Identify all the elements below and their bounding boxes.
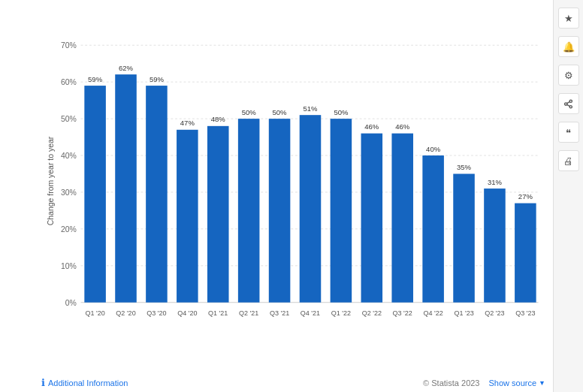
x-tick-q3-21: Q3 '21 [270, 309, 289, 317]
x-tick-q2-23: Q2 '23 [485, 309, 504, 317]
bar-label-q4-22: 40% [426, 145, 441, 153]
show-source-link[interactable]: Show source ▼ [488, 378, 545, 387]
chevron-down-icon: ▼ [539, 379, 545, 387]
bar-label-q2-20: 62% [119, 64, 134, 72]
y-tick-10: 10% [61, 262, 77, 270]
svg-line-11 [567, 104, 570, 106]
y-tick-20: 20% [61, 225, 77, 234]
x-tick-q3-20: Q3 '20 [147, 309, 166, 317]
bar-q2-20 [115, 74, 137, 303]
bar-q4-22 [422, 155, 444, 303]
info-icon: ℹ [41, 377, 45, 388]
bar-q2-23 [484, 188, 506, 303]
bar-q4-21 [300, 115, 322, 303]
share-button[interactable] [558, 93, 579, 114]
x-tick-q3-23: Q3 '23 [515, 309, 535, 317]
svg-line-12 [567, 101, 570, 103]
y-tick-60: 60% [61, 78, 77, 86]
y-tick-0: 0% [65, 299, 77, 307]
bar-chart: Change from year to year 0% 10% 20% 30% … [45, 15, 545, 347]
x-tick-q1-20: Q1 '20 [85, 309, 104, 317]
bar-label-q1-21: 48% [211, 116, 226, 124]
show-source-text: Show source [488, 378, 536, 387]
bar-label-q4-21: 51% [303, 104, 318, 113]
x-tick-q4-22: Q4 '22 [423, 309, 443, 317]
bar-q1-20 [84, 86, 106, 303]
bar-q4-20 [177, 130, 198, 303]
bar-label-q3-23: 27% [518, 192, 533, 201]
print-button[interactable]: 🖨 [558, 150, 579, 171]
bar-label-q1-23: 35% [457, 163, 472, 171]
bar-q2-21 [238, 119, 260, 303]
additional-info-link[interactable]: ℹ Additional Information [41, 377, 128, 388]
bar-label-q1-22: 50% [334, 108, 349, 116]
bar-q3-22 [391, 134, 413, 303]
statista-copyright: © Statista 2023 [423, 378, 479, 387]
bar-label-q1-20: 59% [88, 75, 103, 83]
x-tick-q2-22: Q2 '22 [362, 309, 382, 317]
x-tick-q4-21: Q4 '21 [301, 309, 320, 317]
bar-q1-22 [331, 119, 352, 303]
bar-q2-22 [361, 134, 383, 303]
y-axis-label: Change from year to year [47, 136, 55, 225]
additional-info-text: Additional Information [48, 378, 128, 387]
bar-label-q3-22: 46% [395, 122, 410, 131]
bar-label-q2-23: 31% [488, 178, 503, 186]
y-tick-70: 70% [61, 41, 77, 50]
bar-label-q2-22: 46% [364, 122, 379, 131]
bar-label-q3-21: 50% [273, 108, 288, 116]
favorite-button[interactable]: ★ [558, 8, 579, 29]
main-container: Change from year to year 0% 10% 20% 30% … [0, 0, 583, 392]
x-tick-q4-20: Q4 '20 [177, 309, 197, 317]
x-tick-q3-22: Q3 '22 [393, 309, 412, 317]
bar-q1-23 [453, 173, 475, 302]
y-tick-50: 50% [61, 115, 77, 123]
bar-q3-21 [269, 119, 291, 303]
bar-q1-21 [207, 126, 229, 303]
svg-point-10 [569, 105, 572, 107]
bar-label-q3-20: 59% [150, 75, 165, 83]
x-tick-q2-21: Q2 '21 [239, 309, 258, 317]
bar-q3-20 [146, 86, 168, 303]
y-tick-30: 30% [61, 188, 77, 197]
chart-area: Change from year to year 0% 10% 20% 30% … [0, 0, 553, 392]
x-tick-q1-22: Q1 '22 [331, 309, 351, 317]
notification-button[interactable]: 🔔 [558, 36, 579, 57]
quote-button[interactable]: ❝ [558, 122, 579, 143]
bar-label-q2-21: 50% [242, 108, 257, 116]
bar-label-q4-20: 47% [180, 119, 195, 127]
x-tick-q2-20: Q2 '20 [116, 309, 135, 317]
svg-point-8 [569, 100, 572, 102]
y-tick-40: 40% [61, 152, 77, 160]
svg-point-9 [565, 102, 567, 104]
sidebar: ★ 🔔 ⚙ ❝ 🖨 [553, 0, 583, 392]
x-tick-q1-23: Q1 '23 [454, 309, 473, 317]
x-tick-q1-21: Q1 '21 [208, 309, 228, 317]
bar-q3-23 [515, 204, 536, 303]
settings-button[interactable]: ⚙ [558, 65, 579, 86]
